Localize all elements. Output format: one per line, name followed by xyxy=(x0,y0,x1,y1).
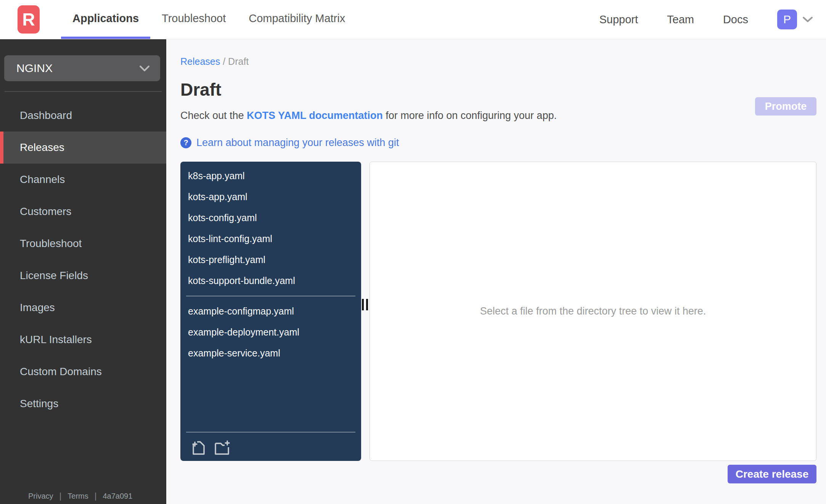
new-folder-icon xyxy=(213,439,231,456)
sidebar-divider xyxy=(5,91,162,92)
create-release-row: Create release xyxy=(180,465,816,483)
git-help-row[interactable]: ? Learn about managing your releases wit… xyxy=(180,137,816,149)
primary-nav: Applications Troubleshoot Compatibility … xyxy=(61,0,357,39)
main-content: Releases / Draft Draft Check out the KOT… xyxy=(166,39,826,504)
footer-separator: | xyxy=(95,491,97,501)
secondary-nav: Support Team Docs P xyxy=(599,0,826,39)
sidebar-item-license-fields[interactable]: License Fields xyxy=(0,260,166,292)
app-selector-dropdown[interactable]: NGINX xyxy=(4,55,160,81)
release-editor-panels: k8s-app.yaml kots-app.yaml kots-config.y… xyxy=(180,162,816,461)
nav-link-docs[interactable]: Docs xyxy=(723,13,748,26)
description-prefix: Check out the xyxy=(180,110,247,121)
nav-tab-applications[interactable]: Applications xyxy=(61,0,150,39)
nav-tab-compatibility-matrix[interactable]: Compatibility Matrix xyxy=(237,0,357,39)
git-releases-link[interactable]: Learn about managing your releases with … xyxy=(196,137,399,149)
app-sidebar: NGINX Dashboard Releases Channels Custom… xyxy=(0,39,166,504)
tree-actions xyxy=(190,439,231,456)
file-item-example-service[interactable]: example-service.yaml xyxy=(180,343,361,364)
privacy-link[interactable]: Privacy xyxy=(28,492,53,501)
breadcrumb-separator: / xyxy=(223,56,228,67)
file-item-example-deployment[interactable]: example-deployment.yaml xyxy=(180,322,361,343)
create-release-button[interactable]: Create release xyxy=(728,465,816,483)
sidebar-item-settings[interactable]: Settings xyxy=(0,388,166,420)
breadcrumb-current: Draft xyxy=(228,56,249,67)
sidebar-item-dashboard[interactable]: Dashboard xyxy=(0,100,166,132)
file-tree-panel: k8s-app.yaml kots-app.yaml kots-config.y… xyxy=(180,162,361,461)
sidebar-item-channels[interactable]: Channels xyxy=(0,164,166,196)
top-nav-bar: R Applications Troubleshoot Compatibilit… xyxy=(0,0,826,39)
sidebar-item-customers[interactable]: Customers xyxy=(0,196,166,228)
sidebar-footer: Privacy | Terms | 4a7a091 xyxy=(28,491,132,501)
page-title: Draft xyxy=(180,79,816,100)
file-item-kots-config[interactable]: kots-config.yaml xyxy=(180,207,361,228)
breadcrumb-releases-link[interactable]: Releases xyxy=(180,56,220,67)
description-suffix: for more info on configuring your app. xyxy=(383,110,557,121)
nav-link-team[interactable]: Team xyxy=(667,13,694,26)
chevron-down-icon xyxy=(139,65,150,72)
file-item-k8s-app[interactable]: k8s-app.yaml xyxy=(180,165,361,186)
account-menu[interactable]: P xyxy=(777,10,813,29)
file-item-kots-lint-config[interactable]: kots-lint-config.yaml xyxy=(180,228,361,249)
sidebar-item-kurl-installers[interactable]: kURL Installers xyxy=(0,324,166,356)
breadcrumb: Releases / Draft xyxy=(180,56,816,67)
sidebar-menu: Dashboard Releases Channels Customers Tr… xyxy=(0,100,166,420)
nav-tab-troubleshoot[interactable]: Troubleshoot xyxy=(150,0,237,39)
file-item-example-configmap[interactable]: example-configmap.yaml xyxy=(180,301,361,322)
logo-letter: R xyxy=(22,9,35,30)
app-selector-value: NGINX xyxy=(16,62,53,75)
new-file-icon xyxy=(190,439,206,456)
promote-button[interactable]: Promote xyxy=(755,97,816,116)
file-item-kots-preflight[interactable]: kots-preflight.yaml xyxy=(180,249,361,270)
file-item-kots-app[interactable]: kots-app.yaml xyxy=(180,186,361,207)
file-viewer-placeholder: Select a file from the directory tree to… xyxy=(480,305,706,317)
grip-icon xyxy=(362,299,368,310)
new-folder-button[interactable] xyxy=(213,439,231,456)
nav-link-support[interactable]: Support xyxy=(599,13,638,26)
file-group-divider xyxy=(186,296,355,296)
sidebar-item-custom-domains[interactable]: Custom Domains xyxy=(0,356,166,388)
sidebar-item-images[interactable]: Images xyxy=(0,292,166,324)
sidebar-item-releases[interactable]: Releases xyxy=(0,132,166,164)
tree-actions-divider xyxy=(186,432,355,432)
avatar-initial: P xyxy=(783,13,791,26)
kots-yaml-docs-link[interactable]: KOTS YAML documentation xyxy=(247,110,383,121)
build-hash: 4a7a091 xyxy=(103,492,132,501)
sidebar-item-troubleshoot[interactable]: Troubleshoot xyxy=(0,228,166,260)
file-viewer-panel: Select a file from the directory tree to… xyxy=(370,162,816,461)
panel-resize-handle[interactable] xyxy=(361,162,370,461)
terms-link[interactable]: Terms xyxy=(67,492,88,501)
replicated-logo[interactable]: R xyxy=(18,5,40,34)
vendor-portal-app: R Applications Troubleshoot Compatibilit… xyxy=(0,0,826,504)
avatar: P xyxy=(777,10,797,29)
body-row: NGINX Dashboard Releases Channels Custom… xyxy=(0,39,826,504)
file-item-kots-support-bundle[interactable]: kots-support-bundle.yaml xyxy=(180,270,361,291)
chevron-down-icon xyxy=(802,16,813,23)
help-icon: ? xyxy=(180,137,191,148)
footer-separator: | xyxy=(59,491,62,501)
new-file-button[interactable] xyxy=(190,439,206,456)
page-description: Check out the KOTS YAML documentation fo… xyxy=(180,110,816,122)
